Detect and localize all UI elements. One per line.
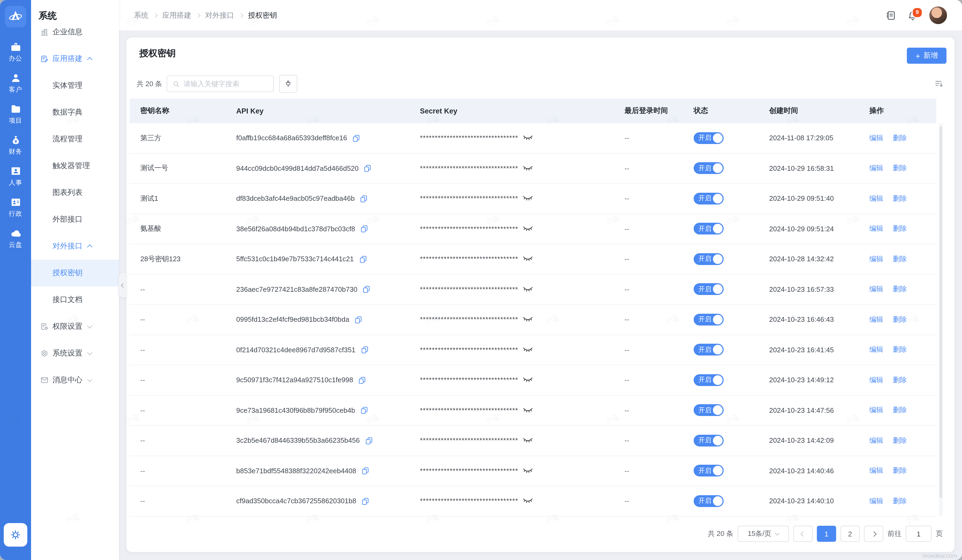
eye-closed-icon[interactable] xyxy=(523,437,533,444)
sidebar-item-auth-keys[interactable]: 授权密钥 xyxy=(31,260,119,286)
eye-closed-icon[interactable] xyxy=(523,316,533,323)
status-toggle[interactable]: 开启 xyxy=(694,223,724,235)
sidebar-item-permission-settings[interactable]: 权限设置 xyxy=(31,313,119,340)
rail-item-projects[interactable]: 项目 xyxy=(0,103,31,125)
page-size-select[interactable]: 15条/页 xyxy=(738,526,789,542)
delete-link[interactable]: 删除 xyxy=(893,133,907,143)
copy-icon[interactable] xyxy=(352,134,360,142)
breadcrumb-item[interactable]: 系统 xyxy=(134,10,148,20)
delete-link[interactable]: 删除 xyxy=(893,375,907,385)
eye-closed-icon[interactable] xyxy=(523,195,533,202)
sidebar-item-enterprise-info[interactable]: 企业信息 xyxy=(31,19,119,45)
delete-link[interactable]: 删除 xyxy=(893,224,907,234)
prev-page-button[interactable] xyxy=(793,526,813,542)
sidebar-item-system-settings[interactable]: 系统设置 xyxy=(31,340,119,367)
status-toggle[interactable]: 开启 xyxy=(694,193,724,204)
sidebar-item-message-center[interactable]: 消息中心 xyxy=(31,367,119,394)
delete-link[interactable]: 删除 xyxy=(893,254,907,264)
sidebar-item-external-interface[interactable]: 外部接口 xyxy=(31,206,119,233)
sidebar-collapse-handle[interactable] xyxy=(118,272,127,298)
journal-button[interactable] xyxy=(885,10,896,21)
user-avatar[interactable] xyxy=(929,6,947,24)
notification-bell-button[interactable]: 9 xyxy=(907,10,918,21)
copy-icon[interactable] xyxy=(360,406,368,415)
sidebar-item-interface-docs[interactable]: 接口文档 xyxy=(31,286,119,313)
breadcrumb-item[interactable]: 对外接口 xyxy=(205,10,234,20)
eye-closed-icon[interactable] xyxy=(523,135,533,142)
clear-search-button[interactable] xyxy=(279,75,297,93)
sidebar-item-app-build[interactable]: 应用搭建 xyxy=(31,45,119,72)
column-settings-button[interactable] xyxy=(934,79,944,89)
edit-link[interactable]: 编辑 xyxy=(869,194,883,203)
delete-link[interactable]: 删除 xyxy=(893,315,907,324)
edit-link[interactable]: 编辑 xyxy=(869,224,883,234)
search-input[interactable]: 请输入关键字搜索 xyxy=(166,76,273,92)
status-toggle[interactable]: 开启 xyxy=(694,253,724,265)
scrollbar-thumb[interactable] xyxy=(939,126,942,498)
delete-link[interactable]: 删除 xyxy=(893,194,907,203)
rail-item-finance[interactable]: 财务 xyxy=(0,134,31,156)
copy-icon[interactable] xyxy=(362,285,371,294)
edit-link[interactable]: 编辑 xyxy=(869,345,883,355)
edit-link[interactable]: 编辑 xyxy=(869,164,883,173)
edit-link[interactable]: 编辑 xyxy=(869,406,883,415)
eye-closed-icon[interactable] xyxy=(523,346,533,353)
delete-link[interactable]: 删除 xyxy=(893,496,907,506)
status-toggle[interactable]: 开启 xyxy=(694,163,724,174)
rail-item-customers[interactable]: 客户 xyxy=(0,72,31,94)
copy-icon[interactable] xyxy=(360,346,369,354)
eye-closed-icon[interactable] xyxy=(523,225,533,232)
eye-closed-icon[interactable] xyxy=(523,407,533,414)
copy-icon[interactable] xyxy=(354,315,363,324)
status-toggle[interactable]: 开启 xyxy=(694,495,724,507)
delete-link[interactable]: 删除 xyxy=(893,345,907,355)
eye-closed-icon[interactable] xyxy=(523,165,533,172)
status-toggle[interactable]: 开启 xyxy=(694,465,724,477)
status-toggle[interactable]: 开启 xyxy=(694,314,724,325)
delete-link[interactable]: 删除 xyxy=(893,466,907,476)
copy-icon[interactable] xyxy=(361,497,370,505)
copy-icon[interactable] xyxy=(358,255,367,263)
app-logo[interactable] xyxy=(5,6,26,27)
rail-item-cloud[interactable]: 云盘 xyxy=(0,227,31,249)
status-toggle[interactable]: 开启 xyxy=(694,404,724,416)
status-toggle[interactable]: 开启 xyxy=(694,283,724,295)
goto-page-input[interactable]: 1 xyxy=(906,526,931,542)
eye-closed-icon[interactable] xyxy=(523,286,533,293)
copy-icon[interactable] xyxy=(360,225,368,233)
copy-icon[interactable] xyxy=(365,436,373,445)
add-button[interactable]: + 新增 xyxy=(907,48,946,64)
edit-link[interactable]: 编辑 xyxy=(869,285,883,294)
page-button-2[interactable]: 2 xyxy=(840,526,860,542)
edit-link[interactable]: 编辑 xyxy=(869,133,883,143)
delete-link[interactable]: 删除 xyxy=(893,164,907,173)
eye-closed-icon[interactable] xyxy=(523,497,533,505)
page-button-1[interactable]: 1 xyxy=(817,526,836,542)
rail-item-admin[interactable]: 行政 xyxy=(0,196,31,219)
eye-closed-icon[interactable] xyxy=(523,377,533,384)
edit-link[interactable]: 编辑 xyxy=(869,496,883,506)
sidebar-item-data-dictionary[interactable]: 数据字典 xyxy=(31,99,119,126)
status-toggle[interactable]: 开启 xyxy=(694,435,724,446)
sidebar-item-trigger-management[interactable]: 触发器管理 xyxy=(31,153,119,179)
edit-link[interactable]: 编辑 xyxy=(869,466,883,476)
edit-link[interactable]: 编辑 xyxy=(869,375,883,385)
status-toggle[interactable]: 开启 xyxy=(694,344,724,356)
status-toggle[interactable]: 开启 xyxy=(694,132,724,144)
settings-button[interactable] xyxy=(4,523,27,547)
sidebar-item-entity-management[interactable]: 实体管理 xyxy=(31,72,119,99)
sidebar-item-chart-list[interactable]: 图表列表 xyxy=(31,179,119,206)
edit-link[interactable]: 编辑 xyxy=(869,315,883,324)
copy-icon[interactable] xyxy=(363,164,372,173)
rail-item-office[interactable]: 办公 xyxy=(0,41,31,63)
eye-closed-icon[interactable] xyxy=(523,467,533,474)
delete-link[interactable]: 删除 xyxy=(893,406,907,415)
status-toggle[interactable]: 开启 xyxy=(694,374,724,386)
delete-link[interactable]: 删除 xyxy=(893,436,907,446)
eye-closed-icon[interactable] xyxy=(523,256,533,262)
breadcrumb-item[interactable]: 应用搭建 xyxy=(162,10,191,20)
copy-icon[interactable] xyxy=(358,376,366,385)
edit-link[interactable]: 编辑 xyxy=(869,254,883,264)
sidebar-item-flow-management[interactable]: 流程管理 xyxy=(31,126,119,153)
rail-item-hr[interactable]: 人事 xyxy=(0,166,31,187)
